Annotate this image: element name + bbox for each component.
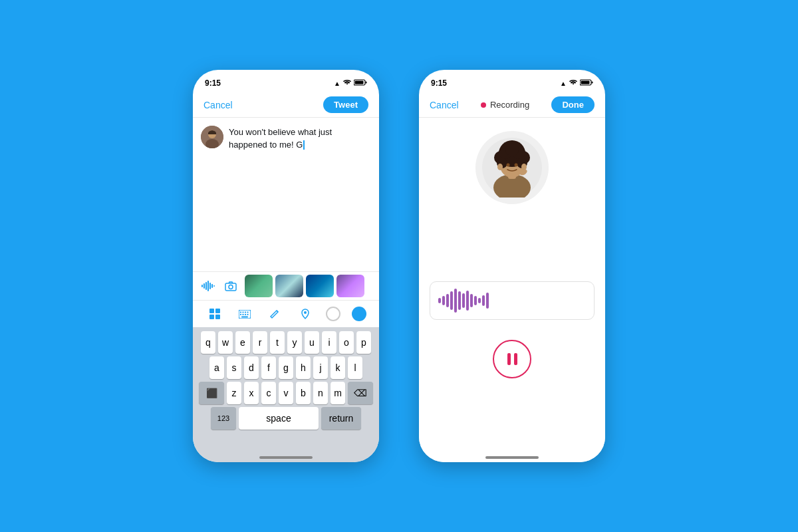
svg-rect-26 [245,314,246,315]
svg-rect-28 [241,316,248,317]
circle-icon[interactable] [326,307,340,321]
wbar-13 [486,293,489,309]
blue-circle-icon[interactable] [352,307,366,321]
home-bar-2 [485,456,539,459]
svg-rect-23 [247,311,248,313]
svg-rect-1 [366,82,367,84]
key-w[interactable]: w [218,331,233,354]
svg-rect-2 [355,81,364,84]
keyboard-row-3: ⬛ z x c v b n m ⌫ [196,382,376,404]
wbar-5 [454,289,457,313]
media-toolbar [193,271,379,300]
key-p[interactable]: p [356,331,371,354]
key-e[interactable]: e [235,331,250,354]
key-return[interactable]: return [321,407,361,430]
photo-thumb-3[interactable] [306,275,334,297]
key-n[interactable]: n [313,382,328,404]
key-a[interactable]: a [209,356,224,379]
svg-rect-32 [581,81,590,84]
notch-2 [482,70,542,83]
waveform-bars [438,289,489,313]
key-y[interactable]: y [287,331,302,354]
svg-rect-22 [245,311,246,313]
tweet-text-area[interactable]: You won't believe what just happened to … [229,126,371,151]
key-b[interactable]: b [296,382,311,404]
text-cursor [303,140,305,150]
done-button[interactable]: Done [551,96,595,113]
key-k[interactable]: k [331,356,345,379]
svg-point-42 [505,143,519,156]
grid-icon[interactable] [205,305,224,323]
svg-rect-11 [211,284,213,288]
key-h[interactable]: h [296,356,311,379]
photo-thumb-4[interactable] [336,275,364,297]
key-space[interactable]: space [239,407,319,430]
svg-rect-18 [215,315,220,319]
svg-rect-13 [225,283,236,291]
waveform-container [430,281,595,320]
svg-rect-16 [215,309,220,313]
key-c[interactable]: c [261,382,276,404]
key-z[interactable]: z [227,382,241,404]
key-m[interactable]: m [331,382,345,404]
key-delete[interactable]: ⌫ [348,382,373,404]
key-i[interactable]: i [322,331,336,354]
pause-bar-right [514,353,517,365]
status-icons-1: ▲ [334,79,367,87]
key-f[interactable]: f [261,356,276,379]
svg-rect-9 [207,281,209,291]
phone-1: 9:15 ▲ Cancel Tweet [193,70,379,462]
pencil-icon[interactable] [265,305,284,323]
key-u[interactable]: u [305,331,319,354]
wbar-4 [450,291,453,310]
key-s[interactable]: s [227,356,241,379]
svg-rect-24 [240,314,241,315]
wbar-11 [478,298,481,303]
nav-bar-1: Cancel Tweet [193,92,379,118]
key-j[interactable]: j [313,356,328,379]
key-q[interactable]: q [201,331,215,354]
svg-rect-7 [203,283,205,289]
key-x[interactable]: x [244,382,259,404]
key-v[interactable]: v [279,382,293,404]
key-l[interactable]: l [348,356,362,379]
svg-rect-27 [247,314,248,315]
recording-label: Recording [490,100,529,110]
svg-point-45 [507,164,510,167]
keyboard-icon[interactable] [235,305,254,323]
key-123[interactable]: 123 [211,407,236,430]
tweet-button[interactable]: Tweet [323,96,368,113]
key-t[interactable]: t [270,331,285,354]
camera-icon[interactable] [222,277,239,295]
key-r[interactable]: r [253,331,267,354]
keyboard-row-1: q w e r t y u i o p [196,331,376,354]
recording-status: Recording [481,100,529,110]
status-time-1: 9:15 [205,78,221,88]
home-indicator-2 [419,449,605,462]
photo-thumb-2[interactable] [275,275,303,297]
photo-thumb-1[interactable] [245,275,273,297]
pause-icon [507,353,517,365]
key-o[interactable]: o [339,331,354,354]
wifi-icon-2 [569,79,577,87]
battery-icon-2 [580,79,593,87]
wbar-10 [474,296,477,305]
svg-rect-21 [242,311,243,313]
host-avatar [475,131,549,204]
cancel-button-1[interactable]: Cancel [203,100,233,110]
wbar-1 [438,298,441,303]
status-icons-2: ▲ [560,79,593,87]
signal-icon-2: ▲ [560,80,567,87]
key-g[interactable]: g [279,356,293,379]
audio-wave-icon[interactable] [200,277,217,295]
cancel-button-2[interactable]: Cancel [430,100,459,110]
location-icon[interactable] [296,305,315,323]
wbar-6 [458,291,461,310]
home-bar-1 [259,456,313,459]
key-shift[interactable]: ⬛ [199,382,224,404]
svg-rect-15 [209,309,214,313]
key-d[interactable]: d [244,356,259,379]
wbar-2 [442,296,445,305]
pause-button[interactable] [493,340,531,378]
phone-2: 9:15 ▲ Cancel Recording Done [419,70,605,462]
